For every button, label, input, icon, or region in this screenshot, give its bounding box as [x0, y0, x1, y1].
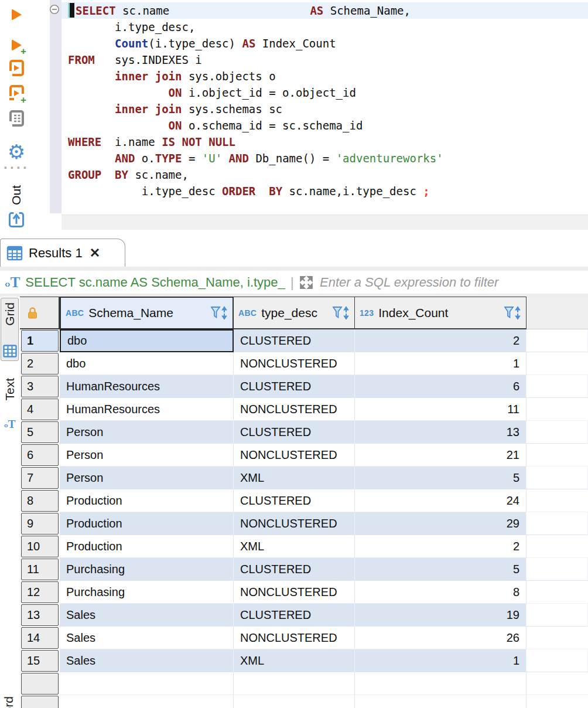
- row-number[interactable]: 5: [21, 421, 59, 443]
- cell-type-desc[interactable]: XML: [234, 649, 355, 672]
- funnel-icon[interactable]: [210, 305, 228, 321]
- row-number[interactable]: 12: [21, 581, 59, 603]
- code-line[interactable]: WHERE i.name IS NOT NULL: [61, 134, 588, 150]
- cell-schema-name[interactable]: HumanResources: [60, 375, 234, 398]
- cell-index-count[interactable]: 5: [355, 558, 527, 581]
- execute-script-new-tab-button[interactable]: +: [6, 84, 27, 104]
- cell-type-desc[interactable]: CLUSTERED: [234, 604, 355, 627]
- row-number[interactable]: 7: [21, 467, 59, 489]
- column-header-Index_Count[interactable]: 123Index_Count: [355, 297, 527, 329]
- code-line[interactable]: inner join sys.objects o: [61, 68, 588, 84]
- cell-type-desc[interactable]: CLUSTERED: [234, 489, 355, 512]
- cell-type-desc[interactable]: XML: [234, 467, 355, 489]
- close-icon[interactable]: ✕: [90, 246, 100, 261]
- editor-horizontal-scrollbar[interactable]: [61, 215, 588, 230]
- funnel-icon[interactable]: [332, 305, 350, 321]
- cell-index-count[interactable]: 13: [355, 421, 527, 444]
- expand-filter-icon[interactable]: [298, 274, 314, 291]
- code-line[interactable]: AND o.TYPE = 'U' AND Db_name() = 'advent…: [61, 150, 588, 166]
- row-number[interactable]: 11: [21, 559, 59, 580]
- cell-type-desc[interactable]: NONCLUSTERED: [234, 444, 355, 467]
- tab-record-view[interactable]: ord: [2, 696, 16, 708]
- cell-schema-name[interactable]: HumanResources: [60, 398, 234, 421]
- execute-statement-button[interactable]: [6, 5, 27, 25]
- row-number[interactable]: 6: [21, 444, 59, 466]
- sql-editor[interactable]: SELECT sc.name AS Schema_Name, i.type_de…: [33, 0, 588, 230]
- cell-type-desc[interactable]: CLUSTERED: [234, 375, 355, 398]
- column-header-type_desc[interactable]: ABCtype_desc: [234, 297, 355, 329]
- row-number[interactable]: [21, 696, 59, 708]
- cell-schema-name[interactable]: Production: [60, 489, 234, 512]
- cell-schema-name[interactable]: dbo: [60, 329, 234, 352]
- output-panel-label[interactable]: Out: [9, 185, 23, 205]
- cell-type-desc[interactable]: NONCLUSTERED: [234, 627, 355, 649]
- cell-index-count[interactable]: 21: [355, 444, 527, 467]
- settings-gear-button[interactable]: ⚙: [6, 142, 27, 162]
- row-number[interactable]: 10: [21, 536, 59, 557]
- cell-index-count[interactable]: 8: [355, 581, 527, 604]
- row-number[interactable]: 14: [21, 627, 59, 649]
- cell-type-desc[interactable]: XML: [234, 535, 355, 558]
- row-number[interactable]: 3: [21, 376, 59, 397]
- code-area[interactable]: SELECT sc.name AS Schema_Name, i.type_de…: [61, 2, 588, 199]
- tab-text-view[interactable]: Text ‹› T: [1, 374, 19, 434]
- filter-sort-icon[interactable]: [210, 305, 228, 321]
- code-line[interactable]: ON i.object_id = o.object_id: [61, 84, 588, 101]
- cell-type-desc[interactable]: NONCLUSTERED: [234, 512, 355, 535]
- code-line[interactable]: SELECT sc.name AS Schema_Name,: [61, 2, 588, 19]
- export-button[interactable]: [6, 210, 27, 230]
- execute-script-button[interactable]: [6, 59, 27, 79]
- row-number[interactable]: 9: [21, 513, 59, 535]
- cell-type-desc[interactable]: NONCLUSTERED: [234, 398, 355, 421]
- row-number[interactable]: 4: [21, 399, 59, 420]
- filter-sort-icon[interactable]: [504, 305, 521, 321]
- fold-collapse-icon[interactable]: [49, 4, 60, 15]
- code-line[interactable]: FROM sys.INDEXES i: [61, 52, 588, 68]
- cell-schema-name[interactable]: Purchasing: [60, 581, 234, 604]
- cell-schema-name[interactable]: Sales: [60, 649, 234, 672]
- cell-schema-name[interactable]: Person: [60, 467, 234, 489]
- tab-results-1[interactable]: Results 1 ✕: [0, 239, 125, 267]
- cell-index-count[interactable]: 1: [355, 649, 527, 672]
- cell-schema-name[interactable]: Production: [60, 535, 234, 558]
- row-number[interactable]: 1: [21, 330, 59, 352]
- cell-schema-name[interactable]: Sales: [60, 627, 234, 649]
- cell-schema-name[interactable]: Purchasing: [60, 558, 234, 581]
- cell-index-count[interactable]: 2: [355, 329, 527, 352]
- column-header-Schema_Name[interactable]: ABCSchema_Name: [60, 297, 234, 329]
- cell-index-count[interactable]: 2: [355, 535, 527, 558]
- row-number[interactable]: 8: [21, 490, 59, 512]
- cell-index-count[interactable]: 29: [355, 512, 527, 535]
- toolbar-overflow-button[interactable]: ····: [6, 163, 27, 172]
- cell-type-desc[interactable]: CLUSTERED: [234, 329, 355, 352]
- code-line[interactable]: i.type_desc,: [61, 19, 588, 35]
- result-filter-input[interactable]: ‹› T SELECT sc.name AS Schema_Name, i.ty…: [0, 267, 588, 297]
- execute-statement-new-tab-button[interactable]: +: [6, 35, 27, 55]
- code-line[interactable]: ON o.schema_id = sc.schema_id: [61, 117, 588, 134]
- row-number[interactable]: 13: [21, 604, 59, 626]
- cell-index-count[interactable]: 24: [355, 489, 527, 512]
- cell-index-count[interactable]: 11: [355, 398, 527, 421]
- cell-index-count[interactable]: 19: [355, 604, 527, 627]
- cell-type-desc[interactable]: NONCLUSTERED: [234, 581, 355, 604]
- code-line[interactable]: Count(i.type_desc) AS Index_Count: [61, 35, 588, 52]
- cell-index-count[interactable]: 26: [355, 627, 527, 649]
- cell-index-count[interactable]: 6: [355, 375, 527, 398]
- row-number[interactable]: 15: [21, 650, 59, 672]
- tab-grid-view[interactable]: Grid: [1, 298, 19, 361]
- row-number[interactable]: 2: [21, 353, 59, 375]
- cell-type-desc[interactable]: NONCLUSTERED: [234, 352, 355, 375]
- cell-schema-name[interactable]: dbo: [60, 352, 234, 375]
- code-line[interactable]: GROUP BY sc.name,: [61, 166, 588, 183]
- code-line[interactable]: inner join sys.schemas sc: [61, 101, 588, 117]
- cell-index-count[interactable]: 1: [355, 352, 527, 375]
- cell-schema-name[interactable]: Person: [60, 421, 234, 444]
- funnel-icon[interactable]: [504, 305, 521, 321]
- cell-type-desc[interactable]: CLUSTERED: [234, 558, 355, 581]
- filter-sort-icon[interactable]: [332, 305, 350, 321]
- row-number[interactable]: [21, 673, 59, 695]
- cell-schema-name[interactable]: Person: [60, 444, 234, 467]
- code-line[interactable]: i.type_desc ORDER BY sc.name,i.type_desc…: [61, 183, 588, 199]
- cell-schema-name[interactable]: Production: [60, 512, 234, 535]
- cell-schema-name[interactable]: Sales: [60, 604, 234, 627]
